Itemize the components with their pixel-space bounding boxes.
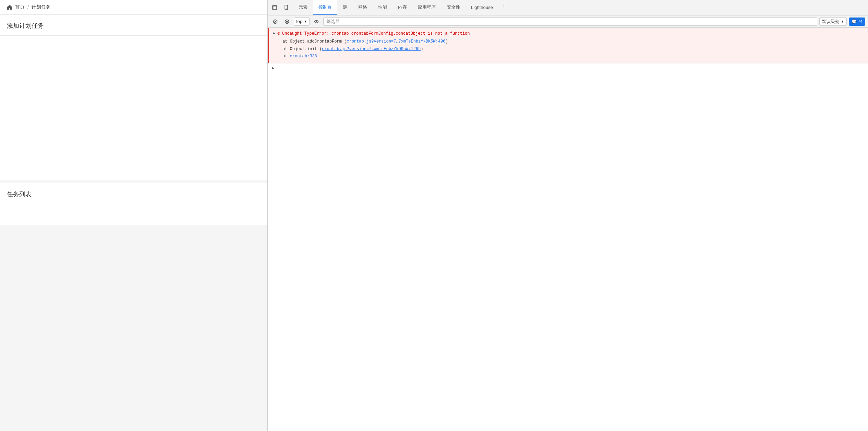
devtools-panel: 元素 控制台 源 网络 性能 内存 应用程序 安全性 <box>267 0 868 431</box>
error-badge[interactable]: 💬 74 <box>849 18 865 26</box>
console-error-block: ▶ ⊗ Uncaught TypeError: crontab.crontabF… <box>268 28 868 63</box>
task-list-title: 任务列表 <box>0 183 267 204</box>
tab-sources[interactable]: 源 <box>337 0 353 15</box>
tab-elements[interactable]: 元素 <box>293 0 313 15</box>
stack-line-2-prefix: at Object.init ( <box>282 47 322 51</box>
home-icon <box>7 4 12 10</box>
context-value: top <box>296 19 302 24</box>
breadcrumb: 首页 / 计划任务 <box>0 0 267 15</box>
add-task-title: 添加计划任务 <box>0 15 267 36</box>
error-message: Uncaught TypeError: crontab.crontabFormC… <box>282 31 470 37</box>
error-main-line: ▶ ⊗ Uncaught TypeError: crontab.crontabF… <box>273 31 865 37</box>
inspect-element-btn[interactable] <box>269 2 280 13</box>
clear-console-btn[interactable] <box>270 17 280 26</box>
stack-line-1-prefix: at Object.addCrontabForm ( <box>282 39 347 44</box>
add-task-body <box>0 36 267 180</box>
console-prompt-arrow[interactable]: ▶ <box>272 66 274 71</box>
more-tabs-btn[interactable]: ⋮ <box>498 2 509 13</box>
error-stack: at Object.addCrontabForm (crontab.js?ver… <box>273 37 865 60</box>
error-icon: ⊗ <box>277 31 280 36</box>
tab-lighthouse[interactable]: Lighthouse <box>466 0 498 15</box>
stack-link-1[interactable]: crontab.js?version=7…7xmTsEnbzYkDK5W:496 <box>347 39 445 44</box>
tab-network[interactable]: 网络 <box>353 0 373 15</box>
console-prompt-line: ▶ <box>268 63 868 73</box>
breadcrumb-separator: / <box>27 4 29 10</box>
log-level-arrow: ▼ <box>841 20 844 23</box>
devtools-secondary-toolbar: top ▼ 默认级别 ▼ 💬 74 <box>268 15 868 28</box>
add-task-section: 添加计划任务 <box>0 15 267 180</box>
context-dropdown-arrow: ▼ <box>304 20 307 23</box>
error-expand-toggle[interactable]: ▶ <box>273 31 275 35</box>
log-level-value: 默认级别 <box>822 19 840 25</box>
svg-rect-0 <box>273 5 277 10</box>
tab-console[interactable]: 控制台 <box>313 0 337 15</box>
breadcrumb-home[interactable]: 首页 <box>15 4 25 10</box>
tab-application[interactable]: 应用程序 <box>412 0 441 15</box>
error-badge-count: 74 <box>858 19 863 24</box>
stack-line-2-suffix: ) <box>421 47 423 51</box>
stack-line-3: at crontab:338 <box>282 53 865 60</box>
svg-rect-2 <box>286 9 287 9</box>
devtools-tabs: 元素 控制台 源 网络 性能 内存 应用程序 安全性 <box>293 0 868 15</box>
stop-btn[interactable] <box>282 17 292 26</box>
stack-line-1: at Object.addCrontabForm (crontab.js?ver… <box>282 38 865 46</box>
context-selector[interactable]: top ▼ <box>294 18 310 26</box>
svg-point-7 <box>316 21 317 22</box>
stack-line-2: at Object.init (crontab.js?version=7…xmT… <box>282 46 865 53</box>
task-list-section: 任务列表 <box>0 183 267 225</box>
tab-performance[interactable]: 性能 <box>373 0 393 15</box>
breadcrumb-current-page: 计划任务 <box>32 4 51 10</box>
stack-line-3-prefix: at <box>282 54 290 59</box>
eye-btn[interactable] <box>312 17 321 26</box>
task-list-body <box>0 204 267 225</box>
stack-link-2[interactable]: crontab.js?version=7…xmTsEnbzYkDK5W:1269 <box>322 47 421 51</box>
tab-memory[interactable]: 内存 <box>393 0 412 15</box>
stack-link-3[interactable]: crontab:338 <box>290 54 317 59</box>
tab-security[interactable]: 安全性 <box>441 0 466 15</box>
devtools-toolbar: 元素 控制台 源 网络 性能 内存 应用程序 安全性 <box>268 0 868 15</box>
devtools-icons-left <box>268 2 293 13</box>
error-badge-icon: 💬 <box>852 19 857 24</box>
console-content: ▶ ⊗ Uncaught TypeError: crontab.crontabF… <box>268 28 868 431</box>
stack-line-1-suffix: ) <box>445 39 448 44</box>
page-area: 首页 / 计划任务 添加计划任务 任务列表 <box>0 0 267 431</box>
svg-rect-5 <box>286 21 288 22</box>
page-content: 添加计划任务 任务列表 <box>0 15 267 431</box>
log-level-selector[interactable]: 默认级别 ▼ <box>819 18 847 26</box>
filter-input[interactable] <box>323 18 817 26</box>
device-toolbar-btn[interactable] <box>281 2 292 13</box>
